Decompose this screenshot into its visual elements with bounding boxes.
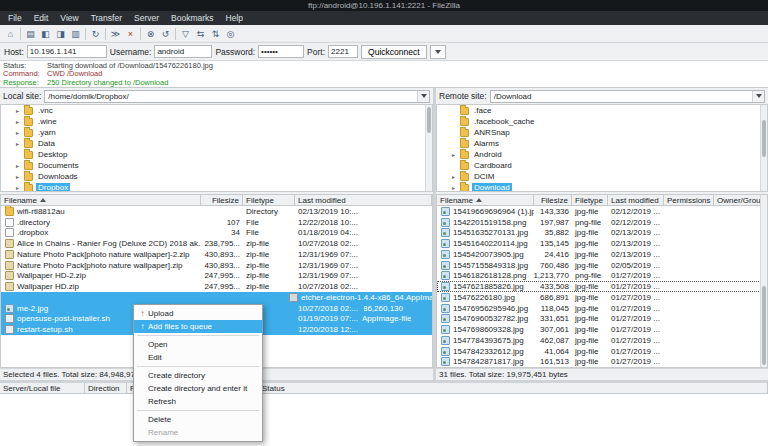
context-menu-separator[interactable] <box>134 364 262 369</box>
tree-item[interactable]: ▸ .wine <box>1 116 432 127</box>
username-input[interactable] <box>154 45 212 58</box>
tree-item[interactable]: ▸ Dropbox <box>1 182 432 192</box>
quickconnect-dropdown-button[interactable] <box>430 45 446 59</box>
context-menu-item-refresh[interactable]: Refresh <box>134 395 262 408</box>
find-files-icon[interactable]: ◎ <box>223 27 238 41</box>
queue-column-server-local-file[interactable]: Server/Local file <box>0 383 85 393</box>
context-menu-item-upload[interactable]: ↑ Upload <box>134 307 262 320</box>
scrollbar-thumb[interactable] <box>762 120 766 156</box>
filter-icon[interactable]: ▽ <box>178 27 193 41</box>
tree-item[interactable]: .facebook_cache <box>437 116 767 127</box>
tree-item[interactable]: ▸ .yarn <box>1 127 432 138</box>
toolbar-separator[interactable] <box>18 28 23 40</box>
toolbar-separator[interactable] <box>83 28 88 40</box>
file-row[interactable]: .directory 107 File 12/22/2018 10:... <box>1 217 432 228</box>
tree-item[interactable]: Cardboard <box>437 160 767 171</box>
file-row[interactable]: 15457155849318.jpg 760,486 jpg-file 02/0… <box>437 260 767 271</box>
file-row[interactable]: 15419669696964 (1).jpg 143,336 jpg-file … <box>437 206 767 217</box>
file-row[interactable]: etcher-electron-1.4.4-x86_64.AppImage 86… <box>1 292 432 303</box>
menu-item[interactable]: Server <box>128 13 165 23</box>
chevron-down-icon[interactable] <box>752 91 764 102</box>
scrollbar[interactable] <box>760 105 767 191</box>
host-input[interactable] <box>27 45 107 58</box>
file-row[interactable]: 1547842871817.jpg 161,513 jpg-file 01/27… <box>437 357 767 368</box>
tree-item[interactable]: ▸ Android <box>437 149 767 160</box>
directory-compare-icon[interactable]: ⇆ <box>193 27 208 41</box>
caret-icon[interactable]: ▸ <box>16 162 24 169</box>
scrollbar-thumb[interactable] <box>427 107 431 133</box>
tree-item[interactable]: ▸ Download <box>437 182 767 192</box>
menu-item[interactable]: Help <box>220 13 249 23</box>
local-site-combo[interactable]: /home/domik/Dropbox/ <box>44 90 430 103</box>
context-menu-item-create-directory-and-enter[interactable]: Create directory and enter it <box>134 382 262 395</box>
file-row[interactable]: 1546182618128.png 1,213,770 png-file 01/… <box>437 271 767 282</box>
file-row[interactable]: 15476960532782.jpg 331,651 jpg-file 01/2… <box>437 314 767 325</box>
menu-item[interactable]: Bookmarks <box>165 13 220 23</box>
file-row[interactable]: wifi-rtl8812au Directory 02/13/2019 10:.… <box>1 206 432 217</box>
file-row[interactable]: Alice in Chains - Ranier Fog (Deluxe 2CD… <box>1 238 432 249</box>
toggle-local-tree-icon[interactable]: ◧ <box>38 27 53 41</box>
caret-icon[interactable]: ▸ <box>16 129 24 136</box>
file-row[interactable]: 1545420073905.jpg 24,416 jpg-file 02/13/… <box>437 249 767 260</box>
file-row[interactable]: 15451640220114.jpg 135,145 jpg-file 02/1… <box>437 238 767 249</box>
caret-icon[interactable]: ▸ <box>452 151 460 158</box>
caret-icon[interactable]: ▸ <box>452 173 460 180</box>
file-row[interactable]: Wallpaper HD.zip 247,995... zip-file 10/… <box>1 281 432 292</box>
menu-item[interactable]: Transfer <box>85 13 128 23</box>
file-row[interactable]: 1547621885826.jpg 433,508 jpg-file 01/27… <box>437 281 767 292</box>
refresh-icon[interactable]: ↻ <box>88 27 103 41</box>
toggle-remote-tree-icon[interactable]: ◨ <box>53 27 68 41</box>
toolbar-separator[interactable] <box>173 28 178 40</box>
toolbar-separator[interactable] <box>103 28 108 40</box>
queue-column-status[interactable]: Status <box>259 383 768 393</box>
column-header-last-modified[interactable]: Last modified <box>295 195 432 205</box>
process-queue-icon[interactable]: ≫ <box>108 27 123 41</box>
scrollbar[interactable] <box>425 105 432 191</box>
chevron-down-icon[interactable] <box>417 91 429 102</box>
tree-item[interactable]: ▸ .vnc <box>1 105 432 116</box>
site-manager-icon[interactable]: ⌂ <box>3 27 18 41</box>
tree-item[interactable]: ▸ Data <box>1 138 432 149</box>
context-menu-item-create-directory[interactable]: Create directory <box>134 369 262 382</box>
column-header-filesize[interactable]: Filesize <box>201 195 243 205</box>
file-row[interactable]: 15451635270131.jpg 35,882 jpg-file 02/13… <box>437 228 767 239</box>
column-header-permissions[interactable]: Permissions <box>664 195 714 205</box>
tree-item[interactable]: Alarms <box>437 138 767 149</box>
context-menu-item-edit[interactable]: Edit <box>134 351 262 364</box>
synchronized-browsing-icon[interactable]: ⇅ <box>208 27 223 41</box>
toggle-queue-icon[interactable]: ▥ <box>68 27 83 41</box>
disconnect-icon[interactable]: ⊗ <box>143 27 158 41</box>
file-row[interactable]: 15476226180.jpg 686,891 jpg-file 01/27/2… <box>437 292 767 303</box>
toolbar-separator[interactable] <box>138 28 143 40</box>
file-row[interactable]: 1547784393675.jpg 462,087 jpg-file 01/27… <box>437 335 767 346</box>
tree-item[interactable]: .face <box>437 105 767 116</box>
caret-icon[interactable]: ▸ <box>452 184 460 191</box>
file-row[interactable]: 1547698609328.jpg 307,061 jpg-file 01/27… <box>437 324 767 335</box>
file-row[interactable]: 1547842332612.jpg 41,064 jpg-file 01/27/… <box>437 346 767 357</box>
tree-item[interactable]: ▸ DCIM <box>437 171 767 182</box>
queue-column-direction[interactable]: Direction <box>85 383 127 393</box>
column-header-filetype[interactable]: Filetype <box>243 195 295 205</box>
caret-icon[interactable]: ▸ <box>16 184 24 191</box>
caret-icon[interactable]: ▸ <box>16 173 24 180</box>
tree-item[interactable]: ANRSnap <box>437 127 767 138</box>
menu-item[interactable]: Edit <box>28 13 55 23</box>
remote-site-combo[interactable]: /Download <box>490 90 765 103</box>
caret-icon[interactable]: ▸ <box>16 107 24 114</box>
cancel-icon[interactable]: × <box>123 27 138 41</box>
file-row[interactable]: .dropbox 34 File 01/18/2019 04:... <box>1 228 432 239</box>
file-row[interactable]: 15476956295946.jpg 118,045 jpg-file 01/2… <box>437 303 767 314</box>
context-menu-item-delete[interactable]: Delete <box>134 413 262 426</box>
port-input[interactable] <box>328 45 358 58</box>
file-row[interactable]: 1542201519158.png 197,987 png-file 02/12… <box>437 217 767 228</box>
toggle-message-log-icon[interactable]: ▤ <box>23 27 38 41</box>
column-header-filetype[interactable]: Filetype <box>572 195 608 205</box>
tree-item[interactable]: Desktop <box>1 149 432 160</box>
context-menu-separator[interactable] <box>134 408 262 413</box>
caret-icon[interactable]: ▸ <box>16 140 24 147</box>
scrollbar[interactable] <box>760 195 767 367</box>
column-header-filename[interactable]: Filename <box>1 195 201 205</box>
column-header-filesize[interactable]: Filesize <box>534 195 572 205</box>
file-row[interactable]: Nature Photo Pack[photo nature wallpaper… <box>1 249 432 260</box>
menu-item[interactable]: View <box>54 13 84 23</box>
